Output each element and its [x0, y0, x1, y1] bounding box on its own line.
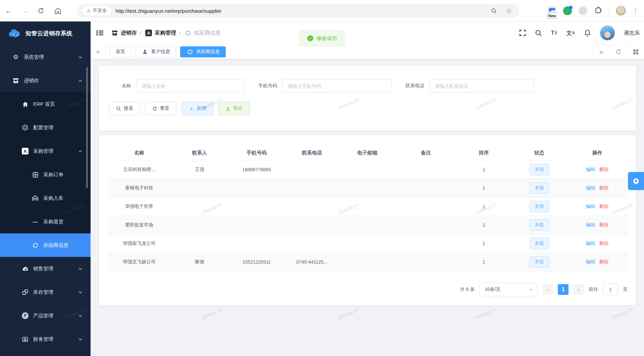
delete-link[interactable]: 删除: [599, 204, 609, 209]
page-size-select[interactable]: 10条/页: [479, 283, 538, 296]
edit-link[interactable]: 编辑: [586, 259, 595, 264]
status-toggle-button[interactable]: 开启: [530, 201, 549, 212]
breadcrumb-item-1[interactable]: 进销存: [111, 30, 137, 37]
sidebar-item-13[interactable]: 财务管理: [0, 327, 91, 351]
sidebar-item-6[interactable]: 采购订单: [0, 163, 91, 186]
tabs-scroll-left-icon[interactable]: «: [91, 45, 106, 59]
sidebar-item-11[interactable]: 库存管理: [0, 280, 91, 304]
collapse-sidebar-icon[interactable]: [96, 30, 104, 36]
column-header: 手机号码: [228, 150, 285, 156]
gear-icon: ⚙: [12, 54, 19, 60]
table-header-row: 名称联系人手机号码联系电话电子邮箱备注排序状态操作: [107, 146, 628, 161]
delete-link[interactable]: 删除: [599, 167, 609, 172]
status-toggle-button[interactable]: 开启: [530, 164, 549, 175]
settings-gear-button[interactable]: [628, 172, 644, 190]
status-toggle-button[interactable]: 开启: [530, 219, 549, 231]
toast-message: 修改成功: [317, 35, 337, 42]
user-name[interactable]: 谢志东: [624, 30, 640, 37]
edit-link[interactable]: 编辑: [586, 204, 595, 209]
edit-link[interactable]: 编辑: [586, 167, 595, 172]
filter-input-1[interactable]: [137, 79, 244, 93]
layout-grid-icon[interactable]: [627, 45, 644, 59]
browser-menu-icon[interactable]: ⋮: [633, 7, 639, 14]
supplier-icon: [186, 49, 194, 55]
table-card: 名称联系人手机号码联系电话电子邮箱备注排序状态操作立讯科技精密...王强1889…: [99, 135, 636, 305]
font-size-icon[interactable]: Tт: [551, 30, 557, 36]
sidebar-item-10[interactable]: 销售管理: [0, 257, 91, 280]
sidebar-item-3[interactable]: ERP 首页: [0, 92, 91, 116]
table-row-6: 华强北飞扬公司黎塘155212255110745-441125...1开启编辑删…: [107, 253, 628, 271]
cell: 立讯科技精密...: [107, 167, 171, 173]
chevron-down-icon: [78, 314, 83, 318]
tab-2[interactable]: 客户信息: [135, 46, 176, 57]
search-button[interactable]: 搜索: [109, 102, 140, 115]
back-icon[interactable]: ←: [4, 7, 13, 15]
goto-page-input[interactable]: [603, 283, 618, 296]
edit-link[interactable]: 编辑: [586, 185, 595, 190]
breadcrumb-item-2[interactable]: A采购管理: [145, 30, 176, 37]
prev-page-button[interactable]: ‹: [542, 284, 553, 295]
notifications-bell-icon[interactable]: [584, 29, 591, 37]
page-1-button[interactable]: 1: [558, 284, 569, 295]
tab-1[interactable]: 首页: [110, 46, 131, 57]
sidebar-item-5[interactable]: A采购管理: [0, 139, 91, 163]
table-row-3: 华强电子世界1开启编辑删除: [107, 197, 628, 216]
translate-icon[interactable]: 文A: [566, 29, 575, 37]
filter-input-2[interactable]: [282, 79, 391, 93]
reset-button[interactable]: 重置: [145, 102, 176, 115]
not-secure-badge[interactable]: ⚠ 不安全: [83, 6, 111, 15]
breadcrumb: 进销存/A采购管理/供应商信息: [111, 30, 221, 37]
finance-icon: [21, 336, 29, 343]
profile-extension-icon[interactable]: [579, 6, 587, 15]
home-icon[interactable]: [54, 7, 63, 14]
tabs-scroll-right-icon[interactable]: »: [593, 45, 610, 59]
chevron-down-icon: [78, 55, 83, 59]
app-header: 进销存/A采购管理/供应商信息 Tт 文A 谢志东: [91, 21, 644, 45]
forward-icon[interactable]: →: [21, 7, 30, 15]
sidebar-item-9[interactable]: 供应商信息: [0, 233, 91, 257]
reload-icon[interactable]: [38, 7, 46, 14]
home-icon: [21, 101, 29, 107]
zoom-icon[interactable]: [491, 8, 497, 14]
sidebar-item-12[interactable]: P产品管理: [0, 304, 91, 327]
edit-link[interactable]: 编辑: [586, 240, 595, 246]
extension-new-icon[interactable]: New: [548, 6, 556, 15]
sidebar-item-8[interactable]: —采购退货: [0, 210, 91, 233]
filter-card: 名称手机号码联系电话 搜索 重置 ＋ 新增 导出: [99, 66, 636, 131]
url-bar[interactable]: ⚠ 不安全 http://test.zhiguanyun.net/erp/pur…: [77, 4, 519, 17]
supplier-table: 名称联系人手机号码联系电话电子邮箱备注排序状态操作立讯科技精密...王强1889…: [107, 146, 628, 271]
status-toggle-button[interactable]: 开启: [530, 182, 549, 194]
column-header: 电子邮箱: [339, 150, 396, 156]
fullscreen-icon[interactable]: [519, 30, 526, 36]
sidebar-item-1[interactable]: ⚙系统管理: [0, 45, 91, 69]
filter-input-3[interactable]: [430, 79, 534, 93]
edit-link[interactable]: 编辑: [586, 222, 595, 227]
delete-link[interactable]: 删除: [599, 240, 609, 246]
search-icon[interactable]: [535, 30, 542, 37]
status-toggle-button[interactable]: 开启: [530, 256, 549, 268]
status-toggle-button[interactable]: 开启: [530, 238, 549, 249]
sidebar-scrollbar[interactable]: [86, 67, 88, 188]
evernote-icon[interactable]: [563, 6, 572, 15]
url-text[interactable]: http://test.zhiguanyun.net/erp/purchase/…: [116, 8, 222, 14]
user-avatar[interactable]: [600, 26, 615, 40]
warning-icon: ⚠: [87, 8, 91, 13]
sidebar-item-7[interactable]: 采购入库: [0, 186, 91, 210]
p-circle-icon: P: [21, 312, 29, 319]
delete-link[interactable]: 删除: [599, 259, 609, 264]
delete-link[interactable]: 删除: [599, 185, 609, 190]
person-icon: [141, 49, 149, 54]
sidebar-item-4[interactable]: 配置管理: [0, 116, 91, 139]
next-page-button[interactable]: ›: [573, 284, 584, 295]
sidebar-item-2[interactable]: 进销存: [0, 69, 91, 92]
goto-label: 前往: [589, 286, 598, 293]
refresh-tab-icon[interactable]: [610, 45, 627, 59]
export-button[interactable]: 导出: [218, 102, 250, 115]
extensions-puzzle-icon[interactable]: [594, 7, 602, 15]
browser-profile-avatar[interactable]: [616, 6, 626, 16]
bookmark-star-icon[interactable]: ☆: [506, 7, 512, 15]
breadcrumb-separator: /: [179, 30, 181, 36]
tab-3[interactable]: 供应商信息: [180, 46, 226, 57]
delete-link[interactable]: 删除: [599, 222, 609, 227]
add-button[interactable]: ＋ 新增: [181, 102, 213, 115]
